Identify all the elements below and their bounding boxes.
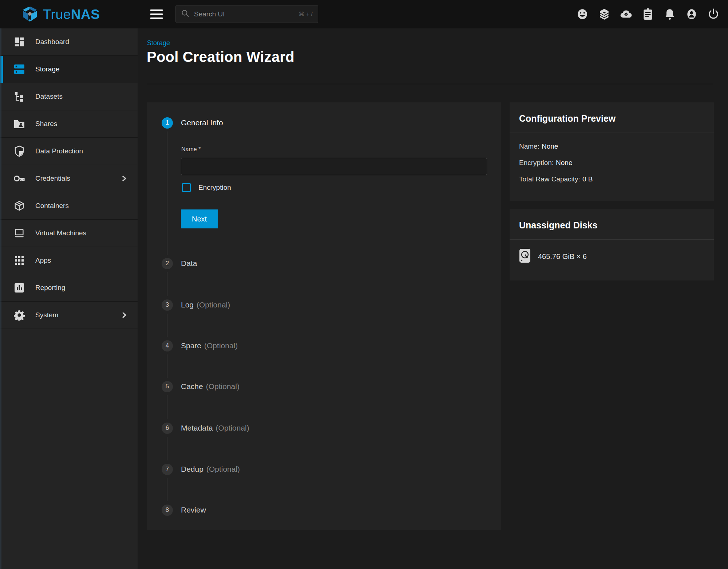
- unassigned-disks-title: Unassigned Disks: [510, 209, 714, 240]
- chevron-right-icon: [121, 175, 127, 182]
- wizard-step-data[interactable]: 2Data: [147, 256, 501, 271]
- sidebar-item-reporting[interactable]: Reporting: [0, 274, 138, 302]
- preview-row-label: Total Raw Capacity:: [519, 175, 580, 183]
- preview-row-value: None: [556, 159, 572, 166]
- search-shortcut-hint: ⌘ + /: [298, 11, 313, 17]
- encryption-checkbox[interactable]: [182, 183, 191, 192]
- step-number-badge: 6: [162, 423, 173, 434]
- step-optional-tag: (Optional): [216, 424, 249, 432]
- sidebar-item-data-protection[interactable]: Data Protection: [0, 138, 138, 165]
- sidebar-item-dashboard[interactable]: Dashboard: [0, 28, 138, 56]
- preview-row-value: 0 B: [582, 175, 593, 183]
- step-label: Cache(Optional): [181, 382, 240, 391]
- wizard-step-dedup[interactable]: 7Dedup(Optional): [147, 462, 501, 476]
- sidebar-item-shares[interactable]: Shares: [0, 110, 138, 138]
- pool-name-input[interactable]: [181, 158, 487, 175]
- power-icon[interactable]: [707, 8, 720, 21]
- sidebar-item-label: Reporting: [35, 284, 65, 292]
- step-label: Log(Optional): [181, 301, 230, 309]
- sidebar-item-label: Virtual Machines: [35, 229, 86, 237]
- search-input[interactable]: [194, 10, 298, 18]
- step-label: Metadata(Optional): [181, 424, 249, 432]
- wizard-step-general-info[interactable]: 1General Info: [147, 115, 501, 130]
- wizard-step-metadata[interactable]: 6Metadata(Optional): [147, 421, 501, 435]
- sidebar-item-label: System: [35, 311, 58, 319]
- truenas-logo-text: TrueNAS: [43, 7, 100, 22]
- next-button[interactable]: Next: [181, 209, 218, 228]
- step-connector-line: [167, 314, 167, 337]
- step-connector-line: [167, 395, 167, 419]
- step-optional-tag: (Optional): [204, 341, 238, 350]
- preview-row: Total Raw Capacity:0 B: [519, 175, 704, 183]
- truecommand-icon[interactable]: [598, 8, 611, 21]
- wizard-step-spare[interactable]: 4Spare(Optional): [147, 338, 501, 353]
- configuration-preview-card: Configuration Preview Name:NoneEncryptio…: [510, 102, 714, 201]
- encryption-label: Encryption: [198, 184, 231, 192]
- data-protection-icon: [13, 145, 25, 157]
- user-account-icon[interactable]: [685, 8, 698, 21]
- sidebar-nav: DashboardStorageDatasetsSharesData Prote…: [0, 28, 138, 569]
- hard-disk-icon: [519, 248, 531, 264]
- step-connector-line: [167, 132, 167, 255]
- sidebar-item-credentials[interactable]: Credentials: [0, 165, 138, 192]
- sidebar-item-label: Credentials: [35, 174, 70, 183]
- storage-icon: [13, 63, 25, 75]
- apps-icon: [13, 255, 25, 266]
- configuration-preview-title: Configuration Preview: [510, 102, 714, 133]
- step-connector-line: [167, 437, 167, 460]
- step-number-badge: 2: [162, 258, 173, 269]
- sidebar-item-label: Containers: [35, 202, 69, 210]
- feedback-icon[interactable]: [576, 8, 589, 21]
- step-number-badge: 1: [162, 117, 173, 129]
- step-label: Spare(Optional): [181, 341, 238, 350]
- top-bar: TrueNAS ⌘ + /: [0, 0, 728, 28]
- system-icon: [13, 309, 25, 321]
- preview-row: Name:None: [519, 142, 704, 150]
- global-search: ⌘ + /: [175, 5, 318, 23]
- encryption-checkbox-row[interactable]: Encryption: [182, 183, 231, 192]
- sidebar-item-datasets[interactable]: Datasets: [0, 83, 138, 110]
- dashboard-icon: [13, 36, 25, 48]
- step-number-badge: 8: [162, 505, 173, 516]
- step-connector-line: [167, 478, 167, 501]
- unassigned-disks-card: Unassigned Disks 465.76 GiB × 6: [510, 209, 714, 280]
- truenas-cloud-icon[interactable]: [620, 8, 633, 21]
- sidebar-item-label: Data Protection: [35, 147, 83, 155]
- sidebar-item-system[interactable]: System: [0, 302, 138, 329]
- sidebar-item-storage[interactable]: Storage: [0, 56, 138, 83]
- step-number-badge: 3: [162, 299, 173, 311]
- sidebar-item-apps[interactable]: Apps: [0, 247, 138, 274]
- credentials-icon: [13, 173, 25, 184]
- jobs-icon[interactable]: [641, 8, 654, 21]
- truenas-logo: TrueNAS: [21, 5, 100, 24]
- sidebar-item-label: Shares: [35, 120, 57, 128]
- preview-row-label: Name:: [519, 142, 539, 150]
- sidebar-item-containers[interactable]: Containers: [0, 192, 138, 220]
- step-number-badge: 4: [162, 340, 173, 352]
- wizard-step-review[interactable]: 8Review: [147, 503, 501, 517]
- name-field-label: Name *: [181, 146, 201, 153]
- wizard-step-log[interactable]: 3Log(Optional): [147, 298, 501, 312]
- sidebar-item-virtual-machines[interactable]: Virtual Machines: [0, 220, 138, 247]
- datasets-icon: [13, 91, 25, 102]
- page-title: Pool Creation Wizard: [147, 49, 294, 65]
- step-optional-tag: (Optional): [197, 301, 230, 309]
- preview-row-label: Encryption:: [519, 159, 554, 166]
- step-label: Dedup(Optional): [181, 465, 240, 474]
- step-label: General Info: [181, 118, 223, 127]
- sidebar-scrollbar[interactable]: [0, 28, 1, 569]
- wizard-step-cache[interactable]: 5Cache(Optional): [147, 379, 501, 394]
- breadcrumb[interactable]: Storage: [147, 39, 170, 47]
- step-number-badge: 5: [162, 381, 173, 392]
- sidebar-item-label: Apps: [35, 256, 51, 264]
- step-connector-line: [167, 354, 167, 378]
- main-content: Storage Pool Creation Wizard Name * Encr…: [138, 28, 728, 569]
- step-optional-tag: (Optional): [206, 382, 240, 391]
- menu-toggle-button[interactable]: [150, 9, 163, 20]
- virtual-machines-icon: [13, 227, 25, 239]
- sidebar-item-label: Datasets: [35, 93, 63, 101]
- notifications-bell-icon[interactable]: [663, 8, 676, 21]
- step-label: Data: [181, 259, 197, 268]
- preview-row: Encryption:None: [519, 159, 704, 167]
- step-optional-tag: (Optional): [206, 465, 240, 473]
